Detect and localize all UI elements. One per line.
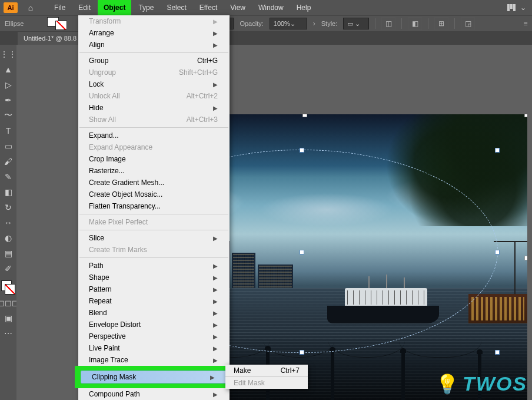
chevron-down-icon: ⌄ (520, 4, 526, 12)
opacity-input[interactable]: 100%⌄ (270, 18, 307, 29)
clipping-mask-submenu: MakeCtrl+7 Edit Mask (225, 365, 308, 389)
chevron-right-icon[interactable]: › (313, 19, 315, 28)
width-tool[interactable]: ↔ (1, 216, 15, 230)
menu-unlock-all[interactable]: Unlock AllAlt+Ctrl+2 (78, 90, 230, 102)
menu-select[interactable]: Select (161, 0, 192, 15)
preferences-icon[interactable]: ≡ (519, 18, 532, 29)
menu-type[interactable]: Type (132, 0, 159, 15)
isolate-icon[interactable]: ◲ (461, 17, 475, 30)
direct-select-tool[interactable]: ▷ (1, 78, 15, 92)
top-menubar: Ai ⌂ File Edit Object Type Select Effect… (0, 0, 532, 15)
eraser-tool[interactable]: ◧ (1, 185, 15, 199)
align-icon[interactable]: ◫ (381, 17, 395, 30)
menu-live-paint[interactable]: Live Paint▶ (78, 342, 230, 354)
menu-effect[interactable]: Effect (194, 0, 223, 15)
menu-transform[interactable]: Transform▶ (78, 15, 230, 27)
shape-modes-icon[interactable]: ◧ (408, 17, 422, 30)
menu-pixel-perfect[interactable]: Make Pixel Perfect (78, 216, 230, 228)
menu-repeat[interactable]: Repeat▶ (78, 295, 230, 307)
menu-rasterize[interactable]: Rasterize... (78, 165, 230, 177)
twos-watermark: 💡 TWOS (435, 372, 527, 395)
menu-perspective[interactable]: Perspective▶ (78, 330, 230, 342)
rotate-tool[interactable]: ↻ (1, 200, 15, 214)
selection-tool[interactable]: ▲ (1, 62, 15, 77)
menu-ungroup[interactable]: UngroupShift+Ctrl+G (78, 67, 230, 78)
fill-stroke-control[interactable] (1, 280, 15, 295)
shaper-tool[interactable]: ✎ (1, 170, 15, 184)
arrow-grip-icon[interactable]: ⋮⋮ (1, 47, 15, 61)
menu-arrange[interactable]: Arrange▶ (78, 27, 230, 39)
menu-flatten-transparency[interactable]: Flatten Transparency... (78, 200, 230, 212)
workspace-icon (507, 4, 517, 11)
menu-group[interactable]: GroupCtrl+G (78, 55, 230, 67)
edit-toolbar-icon[interactable]: ⋯ (1, 326, 15, 341)
menu-lock[interactable]: Lock▶ (78, 78, 230, 90)
home-icon[interactable]: ⌂ (21, 3, 40, 12)
opacity-label: Opacity: (240, 20, 263, 27)
menu-expand[interactable]: Expand... (78, 130, 230, 141)
menu-object[interactable]: Object (98, 0, 131, 15)
pen-tool[interactable]: ✒ (1, 93, 15, 107)
style-label: Style: (321, 20, 338, 27)
menu-image-trace[interactable]: Image Trace▶ (78, 354, 230, 366)
menu-envelope-distort[interactable]: Envelope Distort▶ (78, 319, 230, 330)
document-tab[interactable]: Untitled-1* @ 88.8 (18, 32, 82, 45)
menu-hide[interactable]: Hide▶ (78, 102, 230, 114)
chevron-down-icon: ⌄ (290, 20, 295, 28)
submenu-edit-mask[interactable]: Edit Mask (225, 377, 308, 389)
menu-compound-path[interactable]: Compound Path▶ (78, 388, 230, 400)
menu-help[interactable]: Help (291, 0, 317, 15)
eyedropper-tool[interactable]: ✐ (1, 262, 15, 276)
menu-trim-marks[interactable]: Create Trim Marks (78, 244, 230, 256)
shape-builder-tool[interactable]: ◐ (1, 231, 15, 245)
menu-shape[interactable]: Shape▶ (78, 272, 230, 283)
selected-shape-label: Ellipse (5, 20, 24, 27)
menu-show-all[interactable]: Show AllAlt+Ctrl+3 (78, 114, 230, 125)
menu-window[interactable]: Window (252, 0, 290, 15)
fill-stroke-swatch[interactable] (47, 17, 67, 30)
submenu-make[interactable]: MakeCtrl+7 (225, 365, 308, 376)
curvature-tool[interactable]: 〜 (1, 108, 15, 123)
menu-expand-appearance[interactable]: Expand Appearance (78, 141, 230, 153)
toolbox: ⋮⋮ ▲ ▷ ✒ 〜 T ▭ 🖌 ✎ ◧ ↻ ↔ ◐ ▤ ✐ ◻◻◻ ▣ ⋯ (0, 45, 16, 400)
menu-clipping-mask[interactable]: Clipping Mask▶ (81, 371, 227, 384)
menu-object-mosaic[interactable]: Create Object Mosaic... (78, 189, 230, 200)
menu-view[interactable]: View (224, 0, 251, 15)
menu-crop-image[interactable]: Crop Image (78, 153, 230, 165)
rectangle-tool[interactable]: ▭ (1, 139, 15, 153)
app-logo-icon: Ai (4, 2, 18, 13)
transform-icon[interactable]: ⊞ (434, 17, 448, 30)
lightbulb-icon: 💡 (435, 373, 459, 395)
menu-edit[interactable]: Edit (72, 0, 97, 15)
menu-path[interactable]: Path▶ (78, 260, 230, 272)
workspace-switcher[interactable]: ⌄ (507, 4, 532, 12)
menu-pattern[interactable]: Pattern▶ (78, 283, 230, 295)
screen-mode-icon[interactable]: ▣ (1, 311, 15, 325)
graphic-style-dropdown[interactable]: ▭ ⌄ (343, 18, 369, 29)
menu-file[interactable]: File (48, 0, 71, 15)
menu-gradient-mesh[interactable]: Create Gradient Mesh... (78, 177, 230, 189)
brush-tool[interactable]: 🖌 (1, 154, 15, 168)
menu-align[interactable]: Align▶ (78, 39, 230, 51)
object-menu-dropdown: Transform▶ Arrange▶ Align▶ GroupCtrl+G U… (78, 15, 230, 400)
menu-blend[interactable]: Blend▶ (78, 307, 230, 319)
draw-mode-icons[interactable]: ◻◻◻ (1, 296, 15, 310)
type-tool[interactable]: T (1, 124, 15, 138)
gradient-tool[interactable]: ▤ (1, 246, 15, 260)
menu-slice[interactable]: Slice▶ (78, 232, 230, 244)
